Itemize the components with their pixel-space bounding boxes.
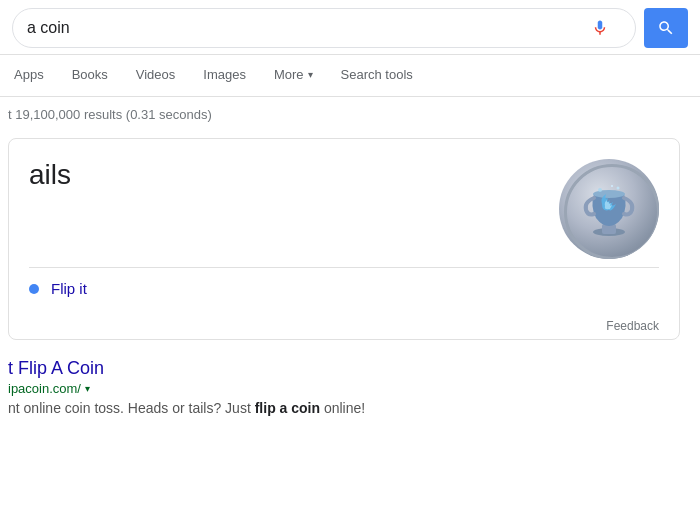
tab-more[interactable]: More ▾: [260, 55, 327, 96]
tab-books[interactable]: Books: [58, 55, 122, 96]
search-input[interactable]: [27, 19, 589, 37]
svg-point-2: [593, 190, 625, 198]
card-left: ails: [29, 159, 71, 195]
svg-point-5: [611, 185, 613, 187]
result-url: ipacoin.com/ ▾: [8, 381, 692, 396]
result-title[interactable]: t Flip A Coin: [8, 358, 104, 378]
search-input-wrapper: [12, 8, 636, 48]
chevron-down-icon: ▾: [308, 69, 313, 80]
tab-apps[interactable]: Apps: [0, 55, 58, 96]
result-url-text: ipacoin.com/: [8, 381, 81, 396]
search-bar-area: [0, 0, 700, 55]
feedback-row: Feedback: [29, 315, 659, 339]
nav-tabs: Apps Books Videos Images More ▾ Search t…: [0, 55, 700, 97]
tab-videos[interactable]: Videos: [122, 55, 190, 96]
results-count: t 19,100,000 results (0.31 seconds): [8, 97, 692, 130]
result-snippet: nt online coin toss. Heads or tails? Jus…: [8, 398, 692, 419]
tab-search-tools[interactable]: Search tools: [327, 55, 427, 96]
flip-dot: [29, 284, 39, 294]
feedback-label[interactable]: Feedback: [606, 319, 659, 333]
card-header: ails: [29, 159, 659, 259]
svg-point-3: [598, 188, 602, 192]
search-result: t Flip A Coin ipacoin.com/ ▾ nt online c…: [8, 348, 692, 419]
coin-inner: [580, 176, 638, 242]
mic-icon[interactable]: [589, 17, 611, 39]
card-title: ails: [29, 159, 71, 191]
snippet-bold: flip a coin: [255, 400, 320, 416]
svg-point-4: [617, 187, 620, 190]
result-url-arrow: ▾: [85, 383, 90, 394]
search-button[interactable]: [644, 8, 688, 48]
coin-image: [559, 159, 659, 259]
tab-images[interactable]: Images: [189, 55, 260, 96]
knowledge-card: ails: [8, 138, 680, 340]
flip-it-row: Flip it: [29, 267, 659, 315]
flip-it-link[interactable]: Flip it: [51, 280, 87, 297]
